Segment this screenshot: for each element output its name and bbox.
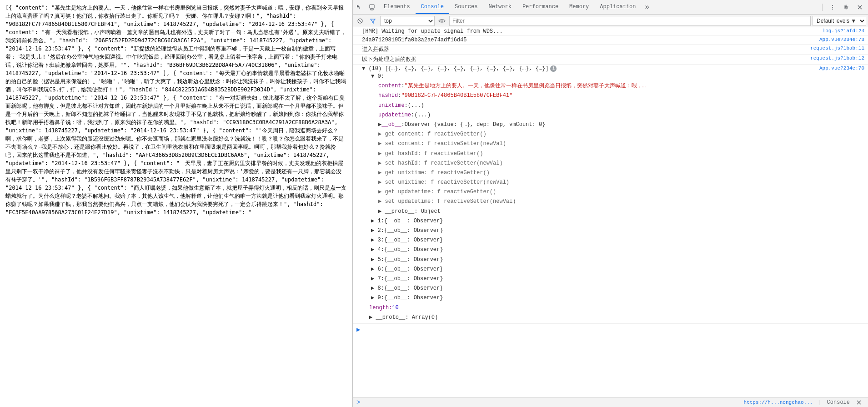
close-devtools-icon[interactable] bbox=[853, 1, 866, 14]
console-entry-hash: 24a0712981951fa0b3a2ae74adf16d45 App.vue… bbox=[353, 36, 868, 45]
prompt-arrow-icon: > bbox=[356, 399, 360, 406]
svg-point-8 bbox=[441, 20, 443, 22]
tab-elements[interactable]: Elements bbox=[378, 0, 416, 14]
tab-performance[interactable]: Performance bbox=[517, 0, 564, 14]
devtools-panel: Elements Console Sources Network Perform… bbox=[352, 0, 868, 407]
console-entry-content: ▼ (10) [{…}, {…}, {…}, {…}, {…}, {…}, {…… bbox=[360, 65, 819, 322]
console-toolbar: top Default levels ▼ bbox=[353, 15, 868, 27]
toolbar-right-actions bbox=[820, 1, 868, 14]
tree-item-1[interactable]: ▶ 1: {__ob__: Observer} bbox=[369, 216, 816, 226]
console-entry-text: 以下为处理之后的数据 bbox=[360, 55, 810, 63]
tab-sources[interactable]: Sources bbox=[449, 0, 483, 14]
inspect-element-icon[interactable] bbox=[353, 1, 366, 14]
left-content: [{ "content": "某先生是地方上的要人。一天，他像往常一样在书房里例… bbox=[5, 5, 346, 216]
tree-item-4[interactable]: ▶ 4: {__ob__: Observer} bbox=[369, 245, 816, 255]
svg-line-7 bbox=[359, 20, 361, 22]
console-output: [HMR] Waiting for update signal from WDS… bbox=[353, 27, 868, 397]
customize-devtools-icon[interactable] bbox=[826, 1, 839, 14]
console-input-area: > bbox=[356, 399, 744, 406]
tab-memory[interactable]: Memory bbox=[564, 0, 594, 14]
devtools-tabs: Elements Console Sources Network Perform… bbox=[378, 0, 820, 14]
filter-icon[interactable] bbox=[367, 15, 378, 26]
toolbar-divider bbox=[822, 4, 823, 11]
settings-icon[interactable] bbox=[841, 2, 852, 13]
console-entry-source[interactable]: request.js?1bab:12 bbox=[810, 55, 868, 61]
tree-item-0-header[interactable]: ▼ 0: bbox=[369, 72, 816, 81]
svg-point-4 bbox=[832, 7, 833, 8]
tree-getter-content[interactable]: ▶ get content: f reactiveGetter() bbox=[376, 130, 816, 139]
tab-application[interactable]: Application bbox=[594, 0, 641, 14]
context-selector[interactable]: top bbox=[380, 16, 435, 26]
console-bottom-bar: > https://h...nongchao... | Console bbox=[353, 397, 868, 407]
tree-prop-hashid: hashId : "90B182FC7F74865B40B1E5807CFEBF… bbox=[376, 91, 816, 100]
console-entry-source[interactable]: request.js?1bab:11 bbox=[810, 45, 868, 51]
tree-prop-unixtime: unixtime : (...) bbox=[376, 101, 816, 111]
console-entry-interceptor: 进入拦截器 request.js?1bab:11 bbox=[353, 45, 868, 55]
tree-setter-updatetime[interactable]: ▶ set updatetime: f reactiveSetter(newVa… bbox=[376, 197, 816, 206]
array-summary[interactable]: ▼ (10) [{…}, {…}, {…}, {…}, {…}, {…}, {…… bbox=[362, 65, 548, 72]
devtools-toolbar: Elements Console Sources Network Perform… bbox=[353, 0, 868, 15]
tree-item-5[interactable]: ▶ 5: {__ob__: Observer} bbox=[369, 255, 816, 265]
tree-proto-object[interactable]: ▶ __proto__: Object bbox=[376, 207, 816, 216]
tree-setter-content[interactable]: ▶ set content: f reactiveSetter(newVal) bbox=[376, 139, 816, 149]
array-info-badge: i bbox=[550, 65, 557, 72]
tree-item-3[interactable]: ▶ 3: {__ob__: Observer} bbox=[369, 236, 816, 245]
console-entry-hmr: [HMR] Waiting for update signal from WDS… bbox=[353, 27, 868, 36]
tree-item-0-children: content : "某先生是地方上的要人。一天，他像往常一样在书房里例览当日报… bbox=[369, 81, 816, 216]
console-input[interactable] bbox=[364, 399, 743, 406]
console-entry-source-array[interactable]: App.vue?234e:70 bbox=[819, 65, 868, 71]
tree-item-7[interactable]: ▶ 7: {__ob__: Observer} bbox=[369, 274, 816, 284]
svg-point-3 bbox=[832, 5, 833, 6]
tab-console[interactable]: Console bbox=[416, 0, 449, 14]
tree-prop-content: content : "某先生是地方上的要人。一天，他像往常一样在书房里例览当日报… bbox=[376, 81, 816, 91]
tree-setter-hashid[interactable]: ▶ set hashId: f reactiveSetter(newVal) bbox=[376, 159, 816, 168]
expand-more-icon[interactable]: ▶ bbox=[356, 326, 360, 333]
more-tabs-icon[interactable]: » bbox=[642, 3, 653, 11]
tree-prop-updatetime: updatetime : (...) bbox=[376, 111, 816, 120]
tree-item-8[interactable]: ▶ 8: {__ob__: Observer} bbox=[369, 284, 816, 293]
eye-icon[interactable] bbox=[437, 15, 447, 26]
svg-rect-0 bbox=[370, 5, 374, 8]
console-entry-text: [HMR] Waiting for update signal from WDS… bbox=[360, 28, 823, 35]
console-entry-text: 24a0712981951fa0b3a2ae74adf16d45 bbox=[360, 37, 819, 43]
expand-arrow-row: ▶ bbox=[353, 324, 868, 335]
default-levels-selector[interactable]: Default levels ▼ bbox=[813, 16, 866, 26]
bottom-divider: | bbox=[818, 399, 821, 406]
tree-item-2[interactable]: ▶ 2: {__ob__: Observer} bbox=[369, 226, 816, 236]
tree-getter-unixtime[interactable]: ▶ get unixtime: f reactiveGetter() bbox=[376, 168, 816, 178]
tree-proto-array[interactable]: ▶ __proto__: Array(0) bbox=[362, 313, 816, 322]
tree-item-6[interactable]: ▶ 6: {__ob__: Observer} bbox=[369, 265, 816, 274]
filter-input[interactable] bbox=[449, 16, 811, 26]
tree-item-9[interactable]: ▶ 9: {__ob__: Observer} bbox=[369, 293, 816, 303]
console-entry-data-label: 以下为处理之后的数据 request.js?1bab:12 bbox=[353, 55, 868, 65]
svg-point-5 bbox=[832, 9, 833, 10]
console-bottom-source[interactable]: https://h...nongchao... bbox=[744, 400, 813, 405]
tree-setter-unixtime[interactable]: ▶ set unixtime: f reactiveSetter(newVal) bbox=[376, 178, 816, 187]
console-entry-source[interactable]: log.js?1afd:24 bbox=[823, 28, 868, 34]
console-entry-text: 进入拦截器 bbox=[360, 45, 810, 53]
tree-item-0: ▼ 0: content : "某先生是地方上的要人。一天，他像往常一样在书房里… bbox=[362, 72, 816, 216]
left-panel: [{ "content": "某先生是地方上的要人。一天，他像往常一样在书房里例… bbox=[0, 0, 352, 407]
tree-getter-updatetime[interactable]: ▶ get updatetime: f reactiveGetter() bbox=[376, 187, 816, 197]
tree-remaining-items: ▶ 1: {__ob__: Observer} ▶ 2: {__ob__: Ob… bbox=[362, 216, 816, 303]
close-console-icon[interactable] bbox=[853, 397, 864, 407]
tab-network[interactable]: Network bbox=[483, 0, 517, 14]
clear-console-icon[interactable] bbox=[355, 15, 366, 26]
console-entry-array: ▼ (10) [{…}, {…}, {…}, {…}, {…}, {…}, {…… bbox=[353, 65, 868, 324]
tree-getter-hashid[interactable]: ▶ get hashId: f reactiveGetter() bbox=[376, 149, 816, 159]
console-label: Console bbox=[827, 399, 850, 406]
tree-prop-ob[interactable]: ▶ __ob__ : Observer {value: {…}, dep: De… bbox=[376, 120, 816, 130]
console-entry-source[interactable]: App.vue?234e:73 bbox=[819, 37, 868, 42]
tree-length: length: 10 bbox=[362, 303, 816, 313]
toggle-device-icon[interactable] bbox=[366, 1, 378, 14]
